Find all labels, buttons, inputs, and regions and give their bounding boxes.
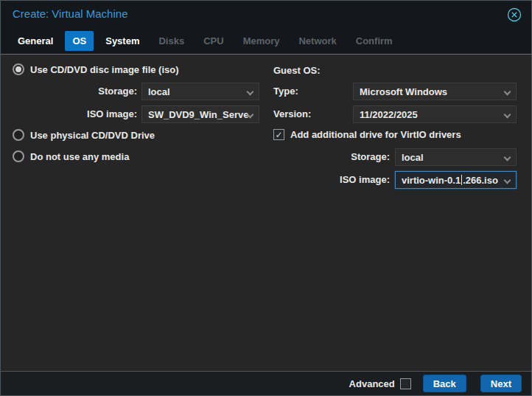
storage-select-right-value: local bbox=[402, 152, 424, 163]
type-select[interactable]: Microsoft Windows bbox=[353, 83, 517, 100]
advanced-checkbox[interactable] bbox=[400, 378, 411, 389]
version-select[interactable]: 11/2022/2025 bbox=[353, 105, 517, 123]
storage-select-right[interactable]: local bbox=[395, 148, 517, 166]
storage-label-right: Storage: bbox=[295, 151, 390, 162]
iso-image-select-left[interactable]: SW_DVD9_Win_Serve bbox=[141, 105, 259, 123]
guest-os-heading: Guest OS: bbox=[273, 65, 321, 76]
wizard-tabs: General OS System Disks CPU Memory Netwo… bbox=[1, 28, 531, 54]
chevron-down-icon bbox=[504, 111, 511, 119]
radio-unselected-icon bbox=[13, 150, 24, 162]
radio-use-iso-label: Use CD/DVD disc image file (iso) bbox=[30, 64, 179, 75]
tab-cpu: CPU bbox=[196, 31, 231, 51]
radio-no-media-label: Do not use any media bbox=[30, 151, 129, 162]
tab-os[interactable]: OS bbox=[65, 31, 94, 51]
dialog-title: Create: Virtual Machine bbox=[13, 7, 127, 20]
iso-image-select-right[interactable]: virtio-win-0.1.266.iso bbox=[395, 171, 517, 189]
chevron-down-icon bbox=[504, 88, 511, 96]
type-label: Type: bbox=[273, 86, 298, 97]
type-select-value: Microsoft Windows bbox=[360, 86, 447, 97]
title-bar: Create: Virtual Machine bbox=[1, 1, 531, 28]
radio-unselected-icon bbox=[13, 129, 24, 141]
iso-image-select-right-value: virtio-win-0.1.266.iso bbox=[402, 175, 498, 186]
version-select-value: 11/2022/2025 bbox=[360, 109, 418, 120]
radio-physical-drive[interactable]: Use physical CD/DVD Drive bbox=[13, 129, 155, 141]
tab-disks: Disks bbox=[151, 31, 192, 51]
chevron-down-icon bbox=[247, 88, 254, 96]
tab-confirm: Confirm bbox=[349, 31, 400, 51]
close-icon[interactable] bbox=[507, 7, 522, 22]
virtio-drivers-checkbox[interactable]: ✓ Add additional drive for VirtIO driver… bbox=[273, 129, 461, 140]
storage-select-left[interactable]: local bbox=[141, 83, 259, 100]
os-tab-panel: Use CD/DVD disc image file (iso) Storage… bbox=[1, 54, 531, 372]
tab-system[interactable]: System bbox=[98, 31, 147, 51]
iso-image-label-left: ISO image: bbox=[45, 108, 137, 119]
storage-select-left-value: local bbox=[148, 86, 170, 97]
storage-label-left: Storage: bbox=[45, 86, 137, 97]
virtio-drivers-label: Add additional drive for VirtIO drivers bbox=[290, 129, 461, 140]
iso-image-label-right: ISO image: bbox=[295, 174, 390, 185]
chevron-down-icon bbox=[504, 177, 511, 184]
tab-memory: Memory bbox=[236, 31, 287, 51]
radio-no-media[interactable]: Do not use any media bbox=[13, 150, 129, 162]
footer-bar: Advanced Back Next bbox=[1, 371, 531, 395]
chevron-down-icon bbox=[504, 154, 511, 161]
back-button[interactable]: Back bbox=[423, 375, 466, 392]
tab-network: Network bbox=[291, 31, 343, 51]
radio-use-iso[interactable]: Use CD/DVD disc image file (iso) bbox=[13, 63, 179, 75]
radio-physical-drive-label: Use physical CD/DVD Drive bbox=[30, 130, 155, 141]
radio-selected-icon bbox=[13, 63, 24, 75]
iso-image-select-left-value: SW_DVD9_Win_Serve bbox=[148, 109, 248, 120]
next-button[interactable]: Next bbox=[480, 375, 522, 392]
tab-general[interactable]: General bbox=[10, 31, 60, 51]
create-vm-dialog: Create: Virtual Machine General OS Syste… bbox=[0, 0, 532, 396]
version-label: Version: bbox=[273, 108, 311, 119]
advanced-label: Advanced bbox=[349, 378, 395, 389]
checkbox-checked-icon: ✓ bbox=[273, 129, 284, 140]
